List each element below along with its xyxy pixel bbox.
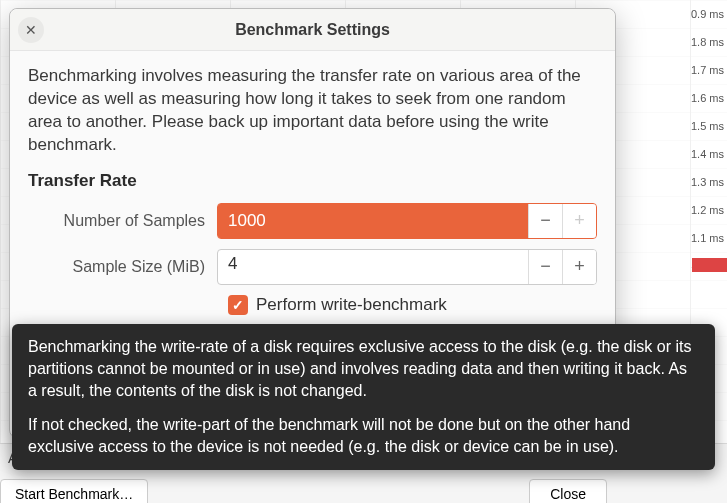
sample-size-decrement-button[interactable]: −	[528, 250, 562, 284]
dialog-body: Benchmarking involves measuring the tran…	[10, 51, 615, 325]
dialog-header: ✕ Benchmark Settings	[10, 9, 615, 51]
y-axis-tick: 1.6 ms	[691, 92, 724, 104]
y-axis-tick: 1.2 ms	[691, 204, 724, 216]
minus-icon: −	[540, 256, 551, 277]
form-row-samples: Number of Samples 1000 − +	[28, 203, 597, 239]
write-benchmark-tooltip: Benchmarking the write-rate of a disk re…	[12, 324, 715, 470]
plus-icon: +	[574, 210, 585, 231]
plus-icon: +	[574, 256, 585, 277]
section-header-transfer-rate: Transfer Rate	[28, 171, 597, 191]
y-axis-tick: 1.7 ms	[691, 64, 724, 76]
sample-size-input[interactable]: 4	[218, 250, 528, 284]
samples-spinbox[interactable]: 1000 − +	[217, 203, 597, 239]
minus-icon: −	[540, 210, 551, 231]
tooltip-paragraph: Benchmarking the write-rate of a disk re…	[28, 336, 699, 402]
y-axis-tick: 1.1 ms	[691, 232, 724, 244]
samples-label: Number of Samples	[28, 212, 217, 230]
sample-size-increment-button[interactable]: +	[562, 250, 596, 284]
start-benchmark-button[interactable]: Start Benchmark…	[0, 479, 148, 503]
y-axis-tick: 1.3 ms	[691, 176, 724, 188]
dialog-title: Benchmark Settings	[235, 21, 390, 39]
y-axis-tick: 1.5 ms	[691, 120, 724, 132]
y-axis-tick: 1.8 ms	[691, 36, 724, 48]
close-button[interactable]: Close	[529, 479, 607, 503]
samples-input[interactable]: 1000	[218, 204, 528, 238]
y-axis-tick: 1.4 ms	[691, 148, 724, 160]
samples-increment-button[interactable]: +	[562, 204, 596, 238]
close-icon: ✕	[25, 22, 37, 38]
dialog-close-button[interactable]: ✕	[18, 17, 44, 43]
dialog-description: Benchmarking involves measuring the tran…	[28, 65, 597, 157]
y-axis-tick: 0.9 ms	[691, 8, 724, 20]
sample-size-spinbox[interactable]: 4 − +	[217, 249, 597, 285]
write-benchmark-label: Perform write-benchmark	[256, 295, 447, 315]
sample-size-label: Sample Size (MiB)	[28, 258, 217, 276]
form-row-sample-size: Sample Size (MiB) 4 − +	[28, 249, 597, 285]
write-benchmark-checkbox[interactable]: ✓	[228, 295, 248, 315]
check-icon: ✓	[232, 297, 244, 313]
tooltip-paragraph: If not checked, the write-part of the be…	[28, 414, 699, 458]
write-benchmark-row: ✓ Perform write-benchmark	[228, 295, 597, 315]
samples-decrement-button[interactable]: −	[528, 204, 562, 238]
chart-data-bar	[692, 258, 727, 272]
